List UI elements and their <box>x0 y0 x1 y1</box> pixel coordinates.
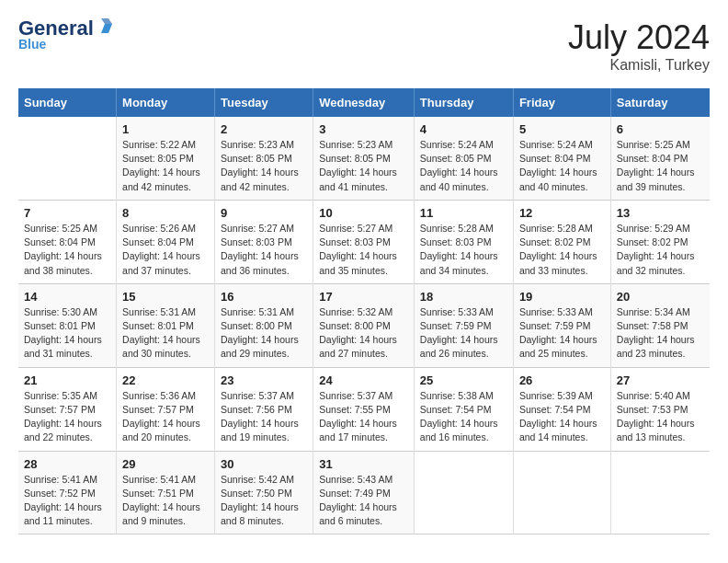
day-number: 5 <box>519 122 605 136</box>
cell-info: Sunrise: 5:31 AMSunset: 8:01 PMDaylight:… <box>122 305 209 362</box>
calendar-cell: 22Sunrise: 5:36 AMSunset: 7:57 PMDayligh… <box>117 367 215 451</box>
day-number: 25 <box>420 373 507 387</box>
calendar-cell: 1Sunrise: 5:22 AMSunset: 8:05 PMDaylight… <box>117 117 215 200</box>
calendar-cell: 12Sunrise: 5:28 AMSunset: 8:02 PMDayligh… <box>513 200 610 283</box>
cell-info: Sunrise: 5:40 AMSunset: 7:53 PMDaylight:… <box>617 389 704 445</box>
cell-info: Sunrise: 5:34 AMSunset: 7:58 PMDaylight:… <box>617 305 704 362</box>
day-number: 17 <box>319 290 408 304</box>
cell-info: Sunrise: 5:25 AMSunset: 8:04 PMDaylight:… <box>617 138 704 194</box>
calendar-cell: 6Sunrise: 5:25 AMSunset: 8:04 PMDaylight… <box>610 117 710 200</box>
calendar-cell <box>610 451 710 534</box>
calendar-cell: 31Sunrise: 5:43 AMSunset: 7:49 PMDayligh… <box>313 451 415 534</box>
calendar-cell <box>18 117 117 200</box>
calendar-week-row: 21Sunrise: 5:35 AMSunset: 7:57 PMDayligh… <box>18 367 710 451</box>
cell-info: Sunrise: 5:39 AMSunset: 7:54 PMDaylight:… <box>519 389 605 445</box>
calendar-week-row: 14Sunrise: 5:30 AMSunset: 8:01 PMDayligh… <box>18 283 710 367</box>
month-year: July 2024 <box>568 18 710 57</box>
calendar-cell: 29Sunrise: 5:41 AMSunset: 7:51 PMDayligh… <box>117 451 215 534</box>
header-wednesday: Wednesday <box>313 88 415 117</box>
cell-info: Sunrise: 5:27 AMSunset: 8:03 PMDaylight:… <box>319 222 408 278</box>
calendar-week-row: 1Sunrise: 5:22 AMSunset: 8:05 PMDaylight… <box>18 117 710 200</box>
calendar-header-row: SundayMondayTuesdayWednesdayThursdayFrid… <box>18 88 710 117</box>
cell-info: Sunrise: 5:28 AMSunset: 8:03 PMDaylight:… <box>420 222 507 278</box>
calendar-table: SundayMondayTuesdayWednesdayThursdayFrid… <box>18 88 710 534</box>
day-number: 9 <box>221 206 307 220</box>
cell-info: Sunrise: 5:23 AMSunset: 8:05 PMDaylight:… <box>319 138 408 194</box>
location: Kamisli, Turkey <box>568 57 710 74</box>
title-block: July 2024 Kamisli, Turkey <box>568 18 710 74</box>
cell-info: Sunrise: 5:35 AMSunset: 7:57 PMDaylight:… <box>24 389 110 445</box>
day-number: 21 <box>24 373 110 387</box>
header-saturday: Saturday <box>610 88 710 117</box>
calendar-week-row: 28Sunrise: 5:41 AMSunset: 7:52 PMDayligh… <box>18 451 710 534</box>
calendar-cell: 5Sunrise: 5:24 AMSunset: 8:04 PMDaylight… <box>513 117 610 200</box>
day-number: 20 <box>617 290 704 304</box>
cell-info: Sunrise: 5:25 AMSunset: 8:04 PMDaylight:… <box>24 222 110 278</box>
header-monday: Monday <box>117 88 215 117</box>
day-number: 1 <box>122 122 209 136</box>
day-number: 13 <box>617 206 704 220</box>
svg-marker-1 <box>101 18 112 24</box>
cell-info: Sunrise: 5:22 AMSunset: 8:05 PMDaylight:… <box>122 138 209 194</box>
calendar-cell: 30Sunrise: 5:42 AMSunset: 7:50 PMDayligh… <box>215 451 313 534</box>
calendar-week-row: 7Sunrise: 5:25 AMSunset: 8:04 PMDaylight… <box>18 200 710 283</box>
calendar-cell: 23Sunrise: 5:37 AMSunset: 7:56 PMDayligh… <box>215 367 313 451</box>
cell-info: Sunrise: 5:23 AMSunset: 8:05 PMDaylight:… <box>221 138 307 194</box>
cell-info: Sunrise: 5:24 AMSunset: 8:04 PMDaylight:… <box>519 138 605 194</box>
calendar-cell: 11Sunrise: 5:28 AMSunset: 8:03 PMDayligh… <box>414 200 513 283</box>
calendar-cell: 25Sunrise: 5:38 AMSunset: 7:54 PMDayligh… <box>414 367 513 451</box>
cell-info: Sunrise: 5:29 AMSunset: 8:02 PMDaylight:… <box>617 222 704 278</box>
cell-info: Sunrise: 5:26 AMSunset: 8:04 PMDaylight:… <box>122 222 209 278</box>
calendar-cell: 10Sunrise: 5:27 AMSunset: 8:03 PMDayligh… <box>313 200 415 283</box>
calendar-cell: 4Sunrise: 5:24 AMSunset: 8:05 PMDaylight… <box>414 117 513 200</box>
cell-info: Sunrise: 5:41 AMSunset: 7:51 PMDaylight:… <box>122 473 209 529</box>
cell-info: Sunrise: 5:38 AMSunset: 7:54 PMDaylight:… <box>420 389 507 445</box>
day-number: 24 <box>319 373 408 387</box>
cell-info: Sunrise: 5:27 AMSunset: 8:03 PMDaylight:… <box>221 222 307 278</box>
calendar-cell: 15Sunrise: 5:31 AMSunset: 8:01 PMDayligh… <box>117 283 215 367</box>
day-number: 11 <box>420 206 507 220</box>
cell-info: Sunrise: 5:32 AMSunset: 8:00 PMDaylight:… <box>319 305 408 362</box>
calendar-cell: 19Sunrise: 5:33 AMSunset: 7:59 PMDayligh… <box>513 283 610 367</box>
day-number: 15 <box>122 290 209 304</box>
day-number: 8 <box>122 206 209 220</box>
calendar-cell: 18Sunrise: 5:33 AMSunset: 7:59 PMDayligh… <box>414 283 513 367</box>
day-number: 29 <box>122 457 209 471</box>
cell-info: Sunrise: 5:31 AMSunset: 8:00 PMDaylight:… <box>221 305 307 362</box>
day-number: 23 <box>221 373 307 387</box>
cell-info: Sunrise: 5:37 AMSunset: 7:56 PMDaylight:… <box>221 389 307 445</box>
day-number: 10 <box>319 206 408 220</box>
cell-info: Sunrise: 5:33 AMSunset: 7:59 PMDaylight:… <box>420 305 507 362</box>
logo: General Blue <box>18 18 116 52</box>
cell-info: Sunrise: 5:30 AMSunset: 8:01 PMDaylight:… <box>24 305 110 362</box>
calendar-cell: 8Sunrise: 5:26 AMSunset: 8:04 PMDaylight… <box>117 200 215 283</box>
calendar-cell: 27Sunrise: 5:40 AMSunset: 7:53 PMDayligh… <box>610 367 710 451</box>
logo-icon <box>96 17 116 37</box>
cell-info: Sunrise: 5:28 AMSunset: 8:02 PMDaylight:… <box>519 222 605 278</box>
logo-blue: Blue <box>18 37 46 52</box>
day-number: 27 <box>617 373 704 387</box>
day-number: 4 <box>420 122 507 136</box>
day-number: 18 <box>420 290 507 304</box>
calendar-cell: 21Sunrise: 5:35 AMSunset: 7:57 PMDayligh… <box>18 367 117 451</box>
header-sunday: Sunday <box>18 88 117 117</box>
calendar-cell <box>513 451 610 534</box>
logo-general: General <box>18 18 94 39</box>
day-number: 12 <box>519 206 605 220</box>
cell-info: Sunrise: 5:24 AMSunset: 8:05 PMDaylight:… <box>420 138 507 194</box>
day-number: 31 <box>319 457 408 471</box>
calendar-cell: 13Sunrise: 5:29 AMSunset: 8:02 PMDayligh… <box>610 200 710 283</box>
calendar-cell: 24Sunrise: 5:37 AMSunset: 7:55 PMDayligh… <box>313 367 415 451</box>
page-header: General Blue July 2024 Kamisli, Turkey <box>18 18 710 74</box>
calendar-cell: 26Sunrise: 5:39 AMSunset: 7:54 PMDayligh… <box>513 367 610 451</box>
calendar-cell: 7Sunrise: 5:25 AMSunset: 8:04 PMDaylight… <box>18 200 117 283</box>
cell-info: Sunrise: 5:41 AMSunset: 7:52 PMDaylight:… <box>24 473 110 529</box>
calendar-cell: 3Sunrise: 5:23 AMSunset: 8:05 PMDaylight… <box>313 117 415 200</box>
header-thursday: Thursday <box>414 88 513 117</box>
cell-info: Sunrise: 5:33 AMSunset: 7:59 PMDaylight:… <box>519 305 605 362</box>
day-number: 6 <box>617 122 704 136</box>
calendar-cell: 16Sunrise: 5:31 AMSunset: 8:00 PMDayligh… <box>215 283 313 367</box>
day-number: 22 <box>122 373 209 387</box>
day-number: 26 <box>519 373 605 387</box>
calendar-cell: 28Sunrise: 5:41 AMSunset: 7:52 PMDayligh… <box>18 451 117 534</box>
